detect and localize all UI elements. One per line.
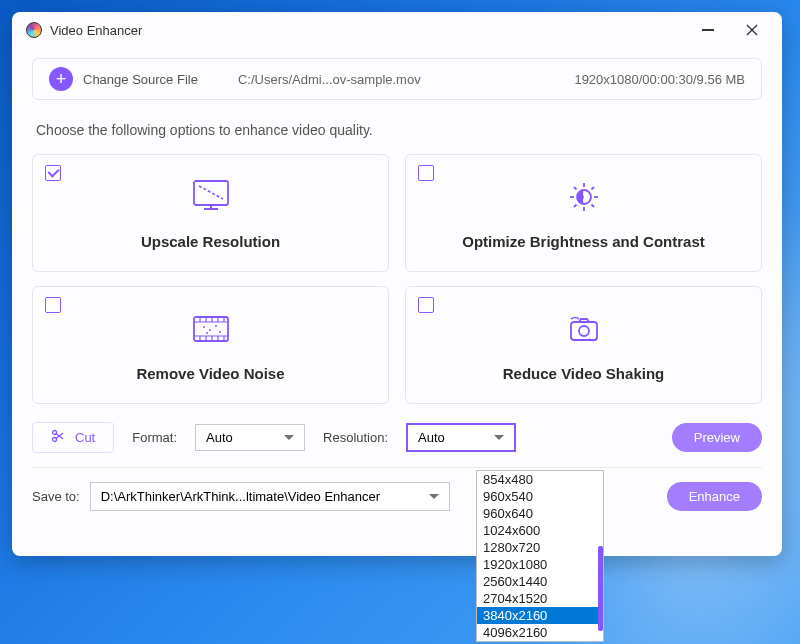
resolution-option[interactable]: 960x640	[477, 505, 603, 522]
option-checkbox[interactable]	[418, 297, 434, 313]
save-path-input[interactable]: D:\ArkThinker\ArkThink...ltimate\Video E…	[90, 482, 450, 511]
svg-rect-31	[571, 322, 597, 340]
svg-line-11	[591, 187, 594, 190]
resolution-option[interactable]: 1920x1080	[477, 556, 603, 573]
format-value: Auto	[206, 430, 233, 445]
scrollbar-thumb[interactable]	[598, 546, 603, 631]
resolution-option[interactable]: 960x540	[477, 488, 603, 505]
monitor-icon	[187, 177, 235, 217]
resolution-option[interactable]: 854x480	[477, 471, 603, 488]
enhancement-options: Upscale Resolution	[32, 154, 762, 404]
change-source-label: Change Source File	[83, 72, 198, 87]
resolution-option[interactable]: 3840x2160	[477, 607, 603, 624]
option-label: Optimize Brightness and Contrast	[462, 233, 705, 250]
svg-point-28	[215, 325, 217, 327]
close-button[interactable]	[738, 16, 766, 44]
option-reduce-shaking[interactable]: Reduce Video Shaking	[405, 286, 762, 404]
option-checkbox[interactable]	[418, 165, 434, 181]
filmstrip-icon	[187, 309, 235, 349]
format-label: Format:	[132, 430, 177, 445]
svg-rect-0	[194, 181, 228, 205]
scissors-icon	[51, 429, 65, 446]
option-upscale-resolution[interactable]: Upscale Resolution	[32, 154, 389, 272]
divider	[32, 467, 762, 468]
plus-icon: +	[49, 67, 73, 91]
format-resolution-row: Cut Format: Auto Resolution: Auto Previe…	[32, 422, 762, 453]
save-to-label: Save to:	[32, 489, 80, 504]
svg-line-1	[199, 186, 223, 199]
resolution-option[interactable]: 1280x720	[477, 539, 603, 556]
sun-icon	[560, 177, 608, 217]
option-brightness-contrast[interactable]: Optimize Brightness and Contrast	[405, 154, 762, 272]
video-enhancer-window: Video Enhancer + Change Source File C:/U…	[12, 12, 782, 556]
resolution-select[interactable]: Auto	[406, 423, 516, 452]
option-checkbox[interactable]	[45, 297, 61, 313]
svg-point-32	[579, 326, 589, 336]
resolution-option[interactable]: 4096x2160	[477, 624, 603, 641]
option-checkbox[interactable]	[45, 165, 61, 181]
window-title: Video Enhancer	[50, 23, 694, 38]
resolution-option[interactable]: 2704x1520	[477, 590, 603, 607]
svg-rect-13	[194, 317, 228, 341]
option-remove-noise[interactable]: Remove Video Noise	[32, 286, 389, 404]
save-path-text: D:\ArkThinker\ArkThink...ltimate\Video E…	[101, 489, 380, 504]
change-source-button[interactable]: + Change Source File	[49, 67, 198, 91]
save-row: Save to: D:\ArkThinker\ArkThink...ltimat…	[32, 482, 762, 511]
svg-point-27	[209, 329, 211, 331]
svg-line-10	[591, 204, 594, 207]
resolution-value: Auto	[418, 430, 445, 445]
caret-down-icon	[429, 494, 439, 499]
resolution-option[interactable]: 2560x1440	[477, 573, 603, 590]
svg-point-29	[219, 331, 221, 333]
cut-button[interactable]: Cut	[32, 422, 114, 453]
resolution-label: Resolution:	[323, 430, 388, 445]
format-select[interactable]: Auto	[195, 424, 305, 451]
option-label: Reduce Video Shaking	[503, 365, 664, 382]
window-controls	[694, 16, 774, 44]
svg-line-9	[574, 187, 577, 190]
resolution-option[interactable]: 1024x600	[477, 522, 603, 539]
palette-icon	[26, 22, 42, 38]
minimize-button[interactable]	[694, 16, 722, 44]
svg-line-12	[574, 204, 577, 207]
camera-shake-icon	[560, 309, 608, 349]
svg-point-26	[203, 326, 205, 328]
titlebar: Video Enhancer	[12, 12, 782, 48]
resolution-dropdown: 854x480960x540960x6401024x6001280x720192…	[476, 470, 604, 642]
cut-label: Cut	[75, 430, 95, 445]
caret-down-icon	[494, 435, 504, 440]
instructions-text: Choose the following options to enhance …	[36, 122, 758, 138]
preview-button[interactable]: Preview	[672, 423, 762, 452]
enhance-button[interactable]: Enhance	[667, 482, 762, 511]
source-file-bar: + Change Source File C:/Users/Admi...ov-…	[32, 58, 762, 100]
source-path: C:/Users/Admi...ov-sample.mov	[238, 72, 421, 87]
svg-point-30	[206, 332, 208, 334]
source-metadata: 1920x1080/00:00:30/9.56 MB	[574, 72, 745, 87]
option-label: Remove Video Noise	[136, 365, 284, 382]
caret-down-icon	[284, 435, 294, 440]
option-label: Upscale Resolution	[141, 233, 280, 250]
